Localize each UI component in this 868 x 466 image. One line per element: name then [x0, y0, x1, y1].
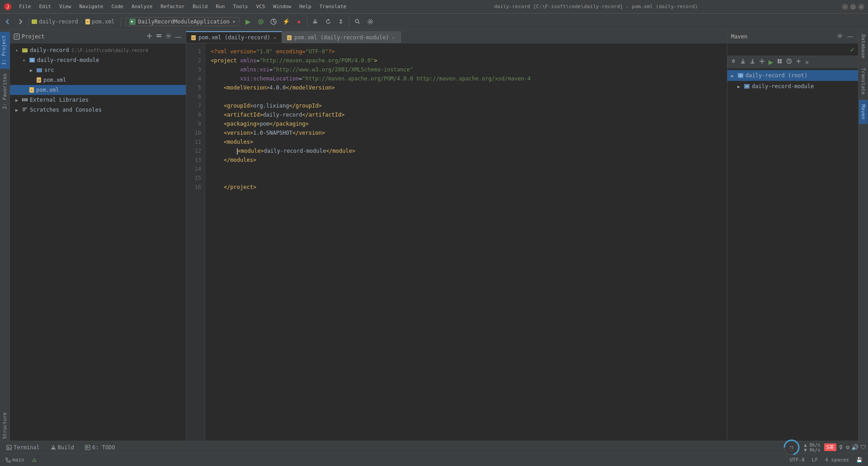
project-panel-minimize-button[interactable]: — [174, 32, 182, 41]
maven-more-button[interactable]: » [804, 57, 810, 66]
speed-down: ▼ 0k/s [804, 447, 820, 452]
run-config-selector[interactable]: ▶ DailyRecordModuleApplication ▾ [125, 17, 240, 26]
line-separator-status[interactable]: LF [810, 456, 820, 464]
settings-tray-icon[interactable]: ⚙ [846, 444, 849, 451]
menu-edit[interactable]: Edit [36, 3, 55, 10]
maven-minimize-button[interactable]: — [846, 32, 854, 41]
tree-arrow-scratches: ▶ [15, 108, 22, 113]
bottom-tabs-bar: Terminal Build 6: TODO 71 % ▲ 0k/s ▼ 0k/… [0, 441, 868, 453]
git-branch-status[interactable]: main [4, 456, 26, 464]
todo-tab[interactable]: 6: TODO [80, 442, 120, 453]
title-bar: J File Edit View Navigate Code Analyze R… [0, 0, 868, 14]
tree-item-pom-module[interactable]: m pom.xml [10, 75, 186, 85]
nav-back-button[interactable] [2, 16, 14, 28]
menu-navigate[interactable]: Navigate [76, 3, 107, 10]
menu-tools[interactable]: Tools [229, 3, 251, 10]
maven-download-button[interactable] [739, 57, 747, 66]
tab-close-1[interactable]: ✕ [273, 35, 277, 41]
maximize-button[interactable]: □ [850, 4, 856, 10]
editor-tabs: m pom.xml (daily-record) ✕ m pom.xml (da… [186, 30, 727, 43]
favorites-panel-label[interactable]: 2: Favorites [1, 70, 9, 113]
menu-code[interactable]: Code [108, 3, 127, 10]
maven-run-icon-button[interactable] [775, 57, 784, 66]
svg-point-36 [839, 35, 841, 37]
maven-lifecycle-button[interactable] [785, 57, 793, 66]
menu-analyze[interactable]: Analyze [128, 3, 156, 10]
tab-pom-daily-record-module[interactable]: m pom.xml (daily-record-module) ✕ [282, 31, 401, 43]
project-panel-settings-button[interactable] [165, 32, 172, 41]
menu-refactor[interactable]: Refactor [157, 3, 188, 10]
vcs-update-button[interactable] [335, 16, 347, 28]
debug-button[interactable] [255, 16, 267, 28]
menu-run[interactable]: Run [212, 3, 228, 10]
svg-text:J: J [7, 5, 9, 9]
coverage-button[interactable] [268, 16, 279, 28]
maven-refresh-button[interactable] [729, 57, 738, 66]
tab-pom-daily-record[interactable]: m pom.xml (daily-record) ✕ [186, 31, 282, 43]
translate-panel-label[interactable]: Translate [859, 63, 868, 100]
tree-item-scratches[interactable]: ▶ Scratches and Consoles [10, 105, 186, 115]
code-editor: 1 2 3 4 5 6 7 8 9 10 11 12 13 14 15 16 <… [186, 43, 727, 453]
maven-add-button[interactable] [758, 57, 766, 66]
stop-button[interactable]: ■ [293, 16, 305, 28]
encoding-status[interactable]: UTF-8 [788, 456, 807, 464]
bottom-right-info: 71 % ▲ 0k/s ▼ 0k/s S英 🎙 ⚙ 🔊 🛡 [783, 439, 866, 456]
ime-indicator[interactable]: S英 [824, 443, 837, 451]
run-config-icon: ▶ [129, 19, 136, 25]
menu-build[interactable]: Build [189, 3, 211, 10]
nav-forward-button[interactable] [14, 16, 26, 28]
maven-download-sources-button[interactable] [748, 57, 757, 66]
minimize-button[interactable]: — [842, 4, 848, 10]
indent-status[interactable]: 4 spaces [823, 456, 851, 464]
settings-button[interactable] [364, 16, 376, 28]
security-icon[interactable]: 🛡 [860, 444, 866, 451]
tree-item-daily-record-module[interactable]: ▾ m daily-record-module [10, 55, 186, 65]
progress-indicator[interactable]: 71 % [783, 439, 800, 456]
project-panel-layout-button[interactable] [155, 32, 163, 41]
maven-settings-button[interactable] [835, 32, 844, 41]
encoding-label: UTF-8 [790, 457, 805, 463]
maven-panel-title: Maven [731, 33, 834, 40]
project-icon [14, 33, 20, 40]
close-button[interactable]: ✕ [858, 4, 864, 10]
menu-vcs[interactable]: VCS [252, 3, 269, 10]
tab-close-2[interactable]: ✕ [392, 35, 396, 41]
maven-panel-label[interactable]: Maven [859, 100, 868, 124]
git-branch-name: main [12, 457, 24, 463]
project-tree: ▾ daily-record C:\F-isoft\code\daily-rec… [10, 43, 186, 453]
menu-file[interactable]: File [15, 3, 35, 10]
maven-item-daily-record[interactable]: ▶ m daily-record (root) [727, 70, 858, 81]
tree-path-daily-record: C:\F-isoft\code\daily-record [72, 48, 148, 53]
project-panel-label[interactable]: 1: Project [0, 32, 10, 69]
menu-view[interactable]: View [56, 3, 75, 10]
project-panel-add-button[interactable] [146, 32, 153, 41]
svg-rect-28 [26, 99, 28, 101]
window-title: daily-record [C:\F-isoft\code\daily-reco… [350, 4, 842, 9]
volume-icon[interactable]: 🔊 [851, 444, 859, 451]
maven-item-daily-record-module[interactable]: ▶ m daily-record-module [727, 81, 858, 92]
terminal-tab[interactable]: Terminal [2, 442, 44, 453]
vcs-status[interactable] [30, 457, 39, 464]
maven-label-daily-record: daily-record (root) [745, 72, 807, 79]
search-everywhere-button[interactable] [352, 16, 363, 28]
tree-item-daily-record[interactable]: ▾ daily-record C:\F-isoft\code\daily-rec… [10, 45, 186, 55]
sync-button[interactable] [322, 16, 334, 28]
memory-indicator[interactable]: 💾 [854, 456, 864, 464]
run-button[interactable]: ▶ [242, 16, 254, 28]
profile-button[interactable]: ⚡ [280, 16, 292, 28]
maven-toolbar: ▶ » [727, 56, 858, 68]
tree-item-pom-root[interactable]: m pom.xml [10, 85, 186, 95]
menu-translate[interactable]: Translate [316, 3, 350, 10]
maven-run-button[interactable]: ▶ [767, 58, 774, 66]
menu-window[interactable]: Window [269, 3, 295, 10]
database-panel-label[interactable]: Database [859, 30, 868, 63]
microphone-icon[interactable]: 🎙 [838, 444, 844, 451]
menu-help[interactable]: Help [296, 3, 315, 10]
build-tab[interactable]: Build [46, 442, 79, 453]
code-content[interactable]: <?xml version="1.0" encoding="UTF-8"?> <… [205, 43, 727, 453]
maven-expand-button[interactable] [794, 57, 803, 66]
build-tab-label: Build [58, 444, 74, 451]
build-project-button[interactable] [310, 16, 321, 28]
tree-item-src[interactable]: ▶ src [10, 65, 186, 75]
tree-item-external-libraries[interactable]: ▶ External Libraries [10, 95, 186, 105]
